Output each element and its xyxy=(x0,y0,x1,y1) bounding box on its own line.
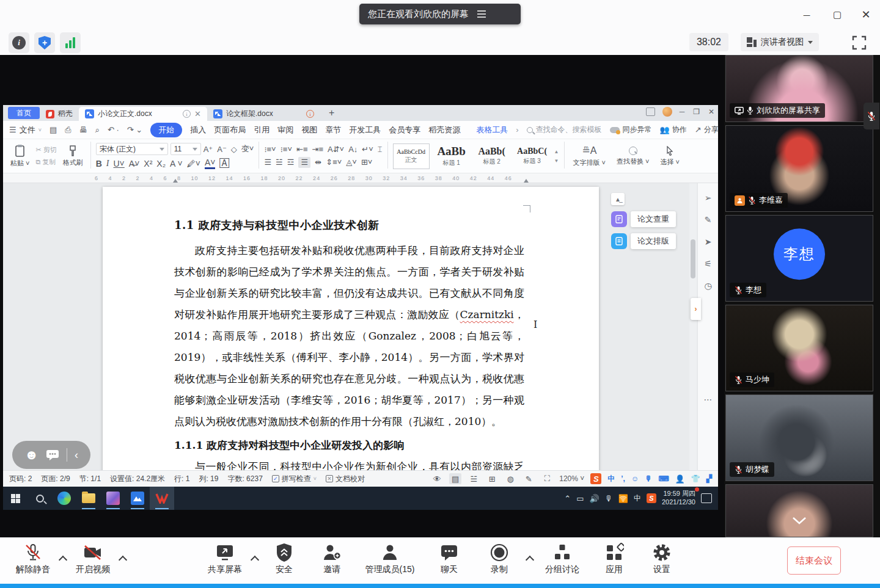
document-page[interactable]: 1.1 政府支持与科技型中小企业技术创新 政府支持主要包括研发补贴和税收优惠两种… xyxy=(103,187,599,470)
ime-toolbox-icon[interactable]: ▞ xyxy=(706,474,712,483)
taskbar-search-button[interactable] xyxy=(28,487,52,510)
edge-button[interactable] xyxy=(52,487,76,510)
cut-button[interactable]: ✂ 剪切 xyxy=(35,145,56,154)
photos-app-button[interactable] xyxy=(101,487,125,510)
borders-icon[interactable]: ⊞˅ xyxy=(361,158,372,167)
rail-more-icon[interactable]: ⋯ xyxy=(704,394,713,404)
battery-icon[interactable]: ▭ xyxy=(576,494,584,503)
adjust-sliders-icon[interactable]: ⚟ xyxy=(704,259,712,269)
text-layout-button[interactable]: ≞A 文字排版 ˅ xyxy=(570,145,609,167)
participant-tile-mashaokun[interactable]: 马少坤 xyxy=(725,305,873,391)
strikethrough-icon[interactable]: A̶˅ xyxy=(129,159,140,169)
ime-mic-icon[interactable]: 🎙 xyxy=(645,474,652,483)
sidebar-mute-indicator[interactable] xyxy=(864,103,879,129)
tray-expand-icon[interactable]: ⌃ xyxy=(564,494,571,503)
preview-icon[interactable]: ⌕ xyxy=(95,125,100,135)
collapse-panel-button[interactable]: ▲̲ xyxy=(611,193,625,205)
invite-button[interactable]: 邀请 xyxy=(312,543,351,575)
spellcheck-toggle[interactable]: ✓ 拼写检查˅ xyxy=(272,474,317,484)
participant-tile-lixiang[interactable]: 李想 李想 xyxy=(725,215,873,302)
share-screen-button[interactable]: 共享屏幕 xyxy=(199,543,251,575)
menu-file[interactable]: ☰ 文件 ˅ xyxy=(9,125,42,136)
doc-warn-icon[interactable]: i xyxy=(306,110,314,118)
subscript-icon[interactable]: X₂ xyxy=(156,159,166,169)
paste-button[interactable]: 粘贴 ˅ xyxy=(8,144,32,168)
bullets-icon[interactable]: ⁝≡˅ xyxy=(264,145,276,154)
tab-doc-active[interactable]: 小论文正文.docx i ✕ xyxy=(79,107,207,121)
paper-layout-button[interactable]: 论文排版 xyxy=(611,233,676,249)
zoom-level[interactable]: 120% ˅ xyxy=(559,474,584,483)
outline-view-icon[interactable]: ☱ xyxy=(468,473,480,484)
meeting-security-button[interactable]: + xyxy=(34,32,55,53)
sort-icon[interactable]: A↓ xyxy=(348,145,358,154)
menu-references[interactable]: 引用 xyxy=(254,125,270,136)
share-options-caret[interactable] xyxy=(252,555,258,561)
copy-button[interactable]: ⧉ 复制 xyxy=(35,158,56,167)
video-options-caret[interactable] xyxy=(120,555,126,561)
document-canvas[interactable]: 1.1 政府支持与科技型中小企业技术创新 政府支持主要包括研发补贴和税收优惠两种… xyxy=(3,183,718,470)
grow-font-icon[interactable]: A⁺ xyxy=(204,145,213,154)
text-effect-icon[interactable]: 变˅ xyxy=(241,143,254,154)
select-arrow-icon[interactable]: ➤ xyxy=(705,237,712,247)
undo-icon[interactable]: ↶ · xyxy=(108,125,119,134)
char-scale-icon[interactable]: A⇵˅ xyxy=(328,145,344,154)
ime-person-icon[interactable]: 👤 xyxy=(675,474,685,484)
outdent-icon[interactable]: ⇤≡ xyxy=(296,145,307,154)
ink-icon[interactable]: ✎ xyxy=(522,473,535,484)
distribute-icon[interactable]: ⇹ xyxy=(315,158,321,167)
fit-page-icon[interactable]: ⛶ xyxy=(541,473,553,484)
unmute-button[interactable]: 解除静音 xyxy=(7,543,59,575)
view-mode-selector[interactable]: 演讲者视图 xyxy=(741,33,819,51)
ime-keyboard-icon[interactable]: ⌨ xyxy=(658,474,669,483)
indent-icon[interactable]: ⇥≡ xyxy=(312,145,323,154)
presence-icon[interactable] xyxy=(646,107,655,116)
start-video-button[interactable]: 开启视频 xyxy=(67,543,119,575)
new-tab-button[interactable]: + xyxy=(329,107,334,118)
share-button[interactable]: ↗ 分享 xyxy=(695,125,719,135)
side-panel-expand-tab[interactable]: › xyxy=(691,298,701,320)
docs-app-button[interactable] xyxy=(125,487,150,510)
export-icon[interactable]: ⎙ xyxy=(65,125,71,135)
menu-page-layout[interactable]: 页面布局 xyxy=(214,125,246,136)
menu-table-tool[interactable]: 表格工具 xyxy=(476,125,508,136)
rocket-icon[interactable]: ➢ xyxy=(705,193,712,203)
justify-icon[interactable]: ☰ xyxy=(298,157,310,168)
end-meeting-button[interactable]: 结束会议 xyxy=(787,546,841,575)
emoji-reaction-icon[interactable]: ☻ xyxy=(24,447,38,463)
tab-close-icon[interactable]: ✕ xyxy=(194,109,201,118)
unmute-options-caret[interactable] xyxy=(60,555,66,561)
style-h2[interactable]: AaBb( 标题 2 xyxy=(474,143,510,169)
participant-tile-humengdie[interactable]: 胡梦蝶 xyxy=(725,394,873,481)
speaker-icon[interactable]: 🔊 xyxy=(589,494,599,503)
record-options-caret[interactable] xyxy=(527,555,533,561)
file-explorer-button[interactable] xyxy=(76,487,101,510)
align-right-icon[interactable]: ☲ xyxy=(287,158,295,167)
tabs-icon[interactable]: ⌶ xyxy=(378,145,383,154)
shrink-font-icon[interactable]: A⁻ xyxy=(217,145,227,154)
indent-marker[interactable] xyxy=(173,179,178,183)
menu-section[interactable]: 章节 xyxy=(325,125,341,136)
scrollbar-thumb[interactable] xyxy=(691,239,695,278)
breakout-rooms-button[interactable]: 分组讨论 xyxy=(537,543,588,575)
ime-punct-icon[interactable]: ’, xyxy=(621,474,625,483)
wps-app-button[interactable] xyxy=(150,487,174,510)
ime-emoji-icon[interactable]: ☺ xyxy=(631,474,639,483)
menu-daoke-res[interactable]: 稻壳资源 xyxy=(428,125,460,136)
paper-check-button[interactable]: 论文查重 xyxy=(611,211,676,227)
clear-format-icon[interactable]: ◇ xyxy=(231,145,237,154)
font-color-icon[interactable]: A˅ xyxy=(205,158,216,169)
banner-menu-icon[interactable] xyxy=(477,10,486,18)
superscript-icon[interactable]: X² xyxy=(144,159,152,169)
bold-icon[interactable]: B xyxy=(96,159,102,169)
menu-start[interactable]: 开始 xyxy=(150,123,182,137)
read-view-icon[interactable]: ⊞ xyxy=(486,473,498,484)
line-spacing-icon[interactable]: ⇕≡˅ xyxy=(326,158,342,167)
select-button[interactable]: 选择 ˅ xyxy=(657,146,683,167)
ime-lang-icon[interactable]: 中 xyxy=(607,474,615,484)
style-normal[interactable]: AaBbCcDd 正文 xyxy=(393,143,430,169)
fullscreen-button[interactable] xyxy=(851,34,868,51)
eye-protect-icon[interactable]: 👁 xyxy=(431,473,443,484)
tab-doc-idle[interactable]: 论文框架.docx i xyxy=(207,107,320,121)
numbering-icon[interactable]: ⁝≡˅ xyxy=(280,145,292,154)
font-size-select[interactable]: 11 xyxy=(170,143,201,155)
